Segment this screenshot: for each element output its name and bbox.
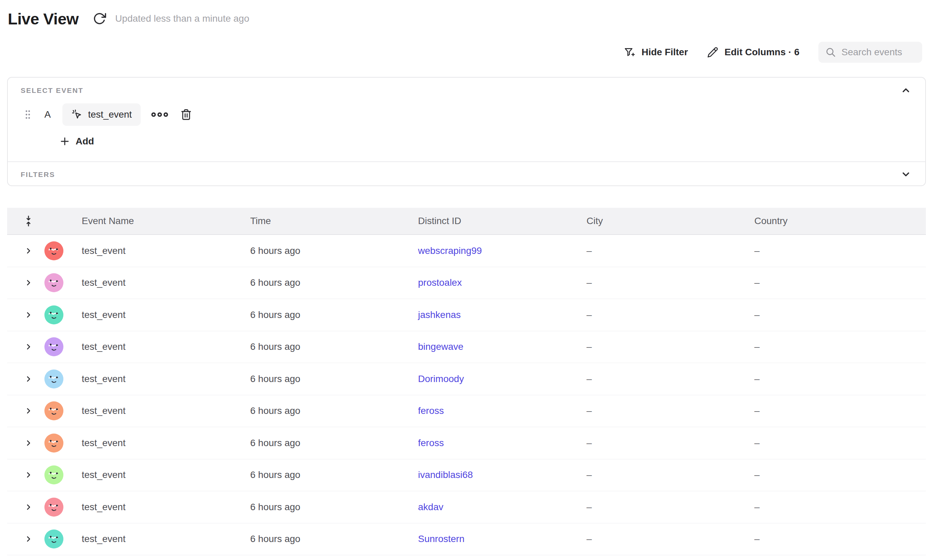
search-events-input[interactable] (841, 47, 915, 58)
avatar (45, 337, 63, 356)
add-event-button[interactable]: Add (59, 136, 94, 147)
collapse-select-event-button[interactable] (900, 85, 911, 96)
distinct-id-link[interactable]: feross (418, 405, 444, 416)
refresh-icon (92, 12, 106, 26)
event-name-cell: test_event (72, 405, 240, 416)
avatar (45, 305, 63, 325)
event-query-row: A test_event (21, 103, 192, 126)
country-cell: – (744, 374, 926, 385)
toolbar: Hide Filter Edit Columns · 6 (624, 42, 922, 63)
country-cell: – (744, 438, 926, 448)
avatar (45, 465, 63, 485)
avatar (45, 273, 63, 292)
chevron-right-icon (25, 278, 32, 287)
avatar (45, 369, 63, 388)
distinct-id-link[interactable]: akdav (418, 502, 443, 512)
expand-row-button[interactable] (25, 535, 32, 543)
filter-plus-icon (624, 46, 635, 58)
chevron-right-icon (25, 535, 32, 543)
expand-row-button[interactable] (25, 439, 32, 447)
chevron-down-icon (900, 168, 911, 180)
drag-handle-icon (24, 108, 32, 121)
time-cell: 6 hours ago (240, 245, 408, 256)
city-cell: – (576, 469, 744, 480)
table-row: test_event 6 hours ago Dorimoody – – (7, 363, 926, 395)
city-cell: – (576, 277, 744, 288)
updated-status: Updated less than a minute ago (115, 13, 249, 24)
chevron-right-icon (25, 471, 32, 479)
series-letter: A (45, 109, 51, 120)
country-cell: – (744, 245, 926, 256)
chevron-right-icon (25, 375, 32, 383)
table-row: test_event 6 hours ago akdav – – (7, 491, 926, 523)
table-row: test_event 6 hours ago feross – – (7, 395, 926, 428)
event-name-cell: test_event (72, 502, 240, 512)
city-cell: – (576, 405, 744, 416)
city-cell: – (576, 374, 744, 385)
column-header-event-name: Event Name (72, 215, 240, 226)
drag-handle[interactable] (24, 108, 32, 121)
edit-columns-button[interactable]: Edit Columns · 6 (707, 46, 799, 58)
distinct-id-link[interactable]: Sunrostern (418, 534, 465, 544)
distinct-id-link[interactable]: webscraping99 (418, 245, 482, 256)
distinct-id-link[interactable]: feross (418, 438, 444, 448)
distinct-id-link[interactable]: bingewave (418, 342, 463, 352)
pencil-icon (707, 46, 718, 58)
time-cell: 6 hours ago (240, 534, 408, 545)
event-name-cell: test_event (72, 342, 240, 352)
country-cell: – (744, 502, 926, 512)
collapse-all-rows-icon (23, 215, 34, 227)
event-more-options-button[interactable] (151, 111, 168, 118)
refresh-button[interactable] (92, 12, 106, 26)
table-header: Event Name Time Distinct ID City Country (7, 208, 926, 235)
country-cell: – (744, 469, 926, 480)
collapse-all-rows-button[interactable] (7, 215, 45, 227)
time-cell: 6 hours ago (240, 405, 408, 416)
expand-filters-button[interactable] (900, 168, 911, 180)
partial-next-row (7, 555, 926, 560)
city-cell: – (576, 534, 744, 545)
country-cell: – (744, 309, 926, 320)
expand-row-button[interactable] (25, 247, 32, 255)
plus-icon (59, 136, 70, 147)
city-cell: – (576, 502, 744, 512)
search-icon (825, 47, 836, 58)
search-events-box[interactable] (818, 42, 922, 63)
edit-columns-label: Edit Columns · 6 (725, 47, 799, 58)
expand-row-button[interactable] (25, 471, 32, 479)
trash-icon (180, 108, 192, 121)
event-name-cell: test_event (72, 309, 240, 320)
hide-filter-label: Hide Filter (642, 47, 688, 58)
event-chip[interactable]: test_event (62, 103, 141, 126)
add-button-label: Add (75, 136, 94, 147)
query-builder-card: SELECT EVENT A (7, 77, 926, 186)
distinct-id-link[interactable]: Dorimoody (418, 374, 464, 384)
distinct-id-link[interactable]: prostoalex (418, 277, 462, 288)
page-title: Live View (8, 9, 79, 28)
chevron-right-icon (25, 407, 32, 415)
avatar (45, 434, 63, 452)
distinct-id-link[interactable]: ivandiblasi68 (418, 469, 473, 480)
hide-filter-button[interactable]: Hide Filter (624, 46, 688, 58)
column-header-time: Time (240, 215, 408, 226)
event-name-cell: test_event (72, 245, 240, 256)
expand-row-button[interactable] (25, 407, 32, 415)
event-name-cell: test_event (72, 438, 240, 448)
expand-row-button[interactable] (25, 278, 32, 287)
expand-row-button[interactable] (25, 375, 32, 383)
country-cell: – (744, 405, 926, 416)
distinct-id-link[interactable]: jashkenas (418, 309, 461, 320)
chevron-right-icon (25, 247, 32, 255)
city-cell: – (576, 342, 744, 352)
expand-row-button[interactable] (25, 343, 32, 351)
chevron-up-icon (900, 85, 911, 96)
expand-row-button[interactable] (25, 311, 32, 319)
expand-row-button[interactable] (25, 503, 32, 511)
table-row: test_event 6 hours ago feross – – (7, 427, 926, 459)
table-row: test_event 6 hours ago jashkenas – – (7, 299, 926, 331)
time-cell: 6 hours ago (240, 502, 408, 512)
avatar (45, 529, 63, 548)
country-cell: – (744, 277, 926, 288)
delete-event-button[interactable] (180, 108, 192, 121)
city-cell: – (576, 309, 744, 320)
